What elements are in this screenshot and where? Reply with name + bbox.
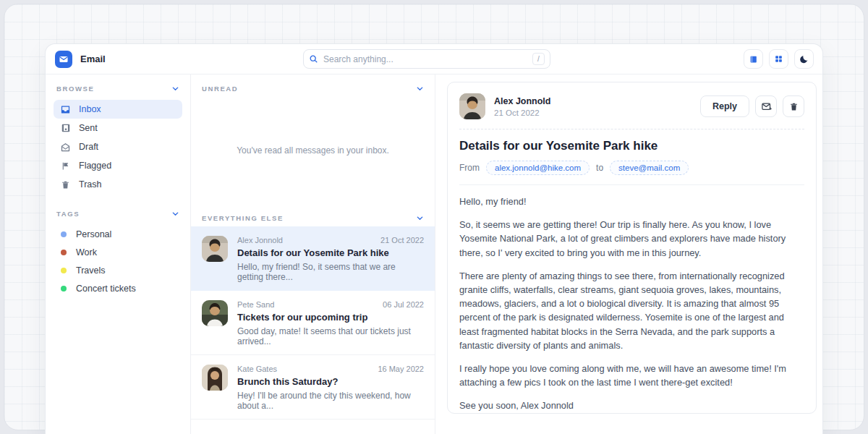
everything-else-section-label: EVERYTHING ELSE [202,214,284,222]
mail-list-item[interactable]: Kate Gates 16 May 2022 Brunch this Satur… [191,355,435,420]
mail-item-content: Pete Sand 06 Jul 2022 Tickets for our up… [237,300,424,346]
mail-preview: Hello, my friend! So, it seems that we a… [237,262,424,282]
flag-icon [60,161,71,171]
unread-section-label: UNREAD [202,85,238,93]
email-paragraph: Hello, my friend! [459,195,804,208]
from-to-row: From alex.jonnold@hike.com to steve@mail… [459,161,804,175]
tag-item-travels[interactable]: Travels [54,261,182,279]
avatar [202,236,228,262]
mail-subject: Tickets for our upcoming trip [237,312,424,323]
mail-sender: Pete Sand [237,300,274,309]
unread-empty-message: You've read all messages in your inbox. [191,97,435,204]
chevron-down-icon[interactable] [171,85,179,93]
tag-label: Work [76,247,97,258]
email-paragraph: So, it seems we are getting there! Our t… [459,218,804,260]
detail-pane: Alex Jonnold 21 Oct 2022 Reply Details f… [435,75,822,434]
sidebar-item-label: Trash [79,179,102,190]
mail-item-content: Kate Gates 16 May 2022 Brunch this Satur… [237,365,424,411]
sidebar-item-trash[interactable]: Trash [54,175,182,194]
forward-mail-icon[interactable] [755,95,777,117]
email-paragraph: I really hope you love coming along with… [459,362,804,389]
detail-actions: Reply [700,95,804,117]
app-header: Email / [46,44,822,75]
detail-date: 21 Oct 2022 [494,109,550,117]
mail-date: 06 Jul 2022 [383,300,424,309]
reply-button[interactable]: Reply [700,95,749,117]
mail-preview: Hey! I'll be around the city this weeken… [237,391,424,411]
mail-date: 21 Oct 2022 [380,236,424,244]
to-email-chip[interactable]: steve@mail.com [610,161,689,175]
delete-icon[interactable] [783,95,804,117]
tag-item-personal[interactable]: Personal [54,225,182,243]
header-actions [744,49,814,69]
sidebar-item-label: Flagged [79,161,111,171]
sidebar-item-draft[interactable]: Draft [54,137,182,156]
tag-label: Personal [76,229,111,239]
apps-grid-icon[interactable] [769,49,788,69]
sidebar-item-flagged[interactable]: Flagged [54,156,182,175]
avatar [459,93,485,119]
mail-date: 16 May 2022 [378,365,424,373]
mail-subject: Brunch this Saturday? [237,376,424,387]
everything-else-section-header: EVERYTHING ELSE [191,204,435,226]
detail-sender-block: Alex Jonnold 21 Oct 2022 [494,96,550,117]
unread-section-header: UNREAD [191,75,435,97]
tags-section-label: TAGS [56,210,80,218]
tag-color-dot [61,286,67,292]
divider [459,129,804,129]
sidebar-item-inbox[interactable]: Inbox [54,100,182,119]
tag-label: Travels [76,265,106,276]
moon-icon[interactable] [794,49,814,69]
app-logo: Email [55,51,106,68]
to-label: to [596,163,603,173]
from-email-chip[interactable]: alex.jonnold@hike.com [486,161,590,175]
mail-preview: Good day, mate! It seems that our ticket… [237,326,424,346]
book-icon[interactable] [744,49,763,69]
tag-color-dot [61,268,67,273]
search-shortcut-badge: / [532,53,545,65]
tag-item-concert-tickets[interactable]: Concert tickets [54,279,182,297]
email-paragraph: There are plenty of amazing things to se… [459,269,804,352]
email-body: Hello, my friend! So, it seems we are ge… [459,195,804,412]
mail-list-item[interactable]: Pete Sand 06 Jul 2022 Tickets for our up… [191,291,435,355]
sent-icon [60,123,71,133]
tag-color-dot [61,250,67,255]
mail-sender: Alex Jonnold [237,236,283,244]
app-title: Email [80,54,106,64]
sidebar-item-label: Inbox [79,104,101,114]
sidebar-item-label: Draft [79,142,98,152]
mail-list-item[interactable]: Alex Jonnold 21 Oct 2022 Details for our… [191,226,435,291]
tag-color-dot [61,231,67,237]
search-icon [309,54,318,64]
avatar [202,300,228,326]
chevron-down-icon[interactable] [171,210,179,218]
search-bar[interactable]: / [303,49,550,69]
detail-sender-name: Alex Jonnold [494,96,550,106]
sidebar-item-label: Sent [79,123,98,133]
detail-header: Alex Jonnold 21 Oct 2022 Reply [459,93,804,119]
email-logo-icon [55,51,72,68]
browse-section-label: BROWSE [56,85,94,93]
email-detail-card: Alex Jonnold 21 Oct 2022 Reply Details f… [447,82,817,414]
tags-section-header: TAGS [54,210,182,218]
search-input[interactable] [323,54,527,64]
chevron-down-icon[interactable] [416,85,424,93]
email-app-window: Email / BROWSE [45,43,823,434]
sidebar: BROWSE Inbox Sent Draft [46,75,190,434]
divider [459,184,804,185]
chevron-down-icon[interactable] [416,214,424,222]
sidebar-item-sent[interactable]: Sent [54,119,182,137]
mail-subject: Details for our Yosemite Park hike [237,247,424,258]
email-paragraph: See you soon, Alex Jonnold [459,399,804,412]
detail-subject: Details for our Yosemite Park hike [459,139,804,153]
tag-item-work[interactable]: Work [54,243,182,261]
mail-sender: Kate Gates [237,365,277,373]
trash-icon [60,180,71,190]
tag-label: Concert tickets [76,284,136,294]
inbox-icon [60,104,71,115]
browse-section-header: BROWSE [54,85,182,93]
draft-icon [60,142,71,153]
avatar [202,365,228,391]
mail-item-content: Alex Jonnold 21 Oct 2022 Details for our… [237,236,424,282]
from-label: From [459,163,480,173]
